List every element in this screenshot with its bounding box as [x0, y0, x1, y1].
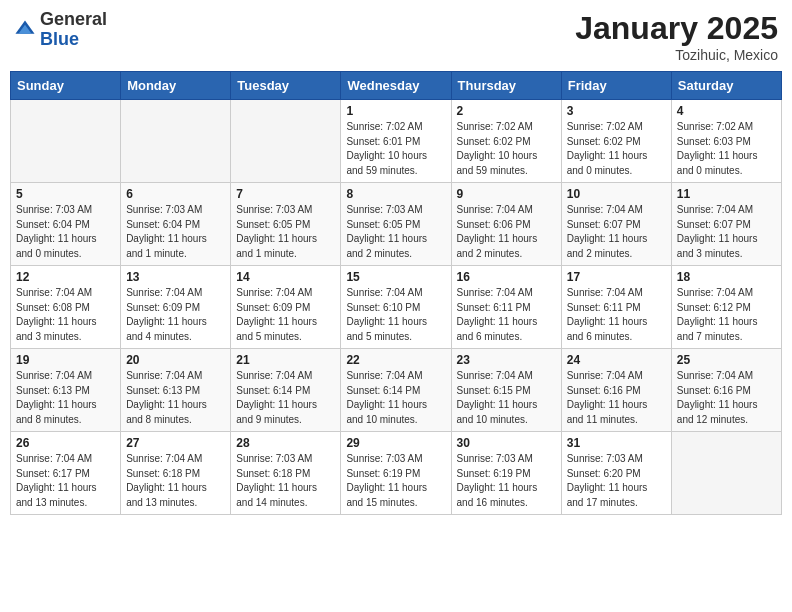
day-number: 30	[457, 436, 556, 450]
day-number: 23	[457, 353, 556, 367]
calendar-cell: 22Sunrise: 7:04 AM Sunset: 6:14 PM Dayli…	[341, 349, 451, 432]
calendar-cell: 4Sunrise: 7:02 AM Sunset: 6:03 PM Daylig…	[671, 100, 781, 183]
day-detail: Sunrise: 7:04 AM Sunset: 6:09 PM Dayligh…	[126, 286, 225, 344]
day-detail: Sunrise: 7:04 AM Sunset: 6:11 PM Dayligh…	[457, 286, 556, 344]
day-detail: Sunrise: 7:03 AM Sunset: 6:04 PM Dayligh…	[16, 203, 115, 261]
day-detail: Sunrise: 7:04 AM Sunset: 6:09 PM Dayligh…	[236, 286, 335, 344]
calendar-cell: 24Sunrise: 7:04 AM Sunset: 6:16 PM Dayli…	[561, 349, 671, 432]
day-number: 3	[567, 104, 666, 118]
day-number: 6	[126, 187, 225, 201]
day-detail: Sunrise: 7:02 AM Sunset: 6:02 PM Dayligh…	[457, 120, 556, 178]
day-detail: Sunrise: 7:04 AM Sunset: 6:14 PM Dayligh…	[236, 369, 335, 427]
location-text: Tozihuic, Mexico	[575, 47, 778, 63]
day-detail: Sunrise: 7:04 AM Sunset: 6:13 PM Dayligh…	[126, 369, 225, 427]
calendar-cell: 5Sunrise: 7:03 AM Sunset: 6:04 PM Daylig…	[11, 183, 121, 266]
calendar-cell: 21Sunrise: 7:04 AM Sunset: 6:14 PM Dayli…	[231, 349, 341, 432]
day-detail: Sunrise: 7:04 AM Sunset: 6:14 PM Dayligh…	[346, 369, 445, 427]
day-detail: Sunrise: 7:04 AM Sunset: 6:10 PM Dayligh…	[346, 286, 445, 344]
week-row-4: 19Sunrise: 7:04 AM Sunset: 6:13 PM Dayli…	[11, 349, 782, 432]
calendar-cell: 20Sunrise: 7:04 AM Sunset: 6:13 PM Dayli…	[121, 349, 231, 432]
calendar-cell: 2Sunrise: 7:02 AM Sunset: 6:02 PM Daylig…	[451, 100, 561, 183]
day-number: 13	[126, 270, 225, 284]
calendar-cell: 7Sunrise: 7:03 AM Sunset: 6:05 PM Daylig…	[231, 183, 341, 266]
day-number: 26	[16, 436, 115, 450]
calendar-cell: 30Sunrise: 7:03 AM Sunset: 6:19 PM Dayli…	[451, 432, 561, 515]
day-number: 4	[677, 104, 776, 118]
calendar-cell: 13Sunrise: 7:04 AM Sunset: 6:09 PM Dayli…	[121, 266, 231, 349]
week-row-5: 26Sunrise: 7:04 AM Sunset: 6:17 PM Dayli…	[11, 432, 782, 515]
logo-blue-text: Blue	[40, 29, 79, 49]
day-detail: Sunrise: 7:04 AM Sunset: 6:12 PM Dayligh…	[677, 286, 776, 344]
page-header: General Blue January 2025 Tozihuic, Mexi…	[10, 10, 782, 63]
day-number: 21	[236, 353, 335, 367]
day-detail: Sunrise: 7:02 AM Sunset: 6:03 PM Dayligh…	[677, 120, 776, 178]
day-detail: Sunrise: 7:04 AM Sunset: 6:16 PM Dayligh…	[677, 369, 776, 427]
day-number: 18	[677, 270, 776, 284]
day-number: 11	[677, 187, 776, 201]
day-number: 27	[126, 436, 225, 450]
weekday-header-saturday: Saturday	[671, 72, 781, 100]
calendar-cell	[11, 100, 121, 183]
day-detail: Sunrise: 7:04 AM Sunset: 6:15 PM Dayligh…	[457, 369, 556, 427]
calendar-cell: 17Sunrise: 7:04 AM Sunset: 6:11 PM Dayli…	[561, 266, 671, 349]
day-detail: Sunrise: 7:03 AM Sunset: 6:18 PM Dayligh…	[236, 452, 335, 510]
calendar-cell: 23Sunrise: 7:04 AM Sunset: 6:15 PM Dayli…	[451, 349, 561, 432]
calendar-cell: 9Sunrise: 7:04 AM Sunset: 6:06 PM Daylig…	[451, 183, 561, 266]
calendar-cell	[121, 100, 231, 183]
calendar-cell: 12Sunrise: 7:04 AM Sunset: 6:08 PM Dayli…	[11, 266, 121, 349]
weekday-header-row: SundayMondayTuesdayWednesdayThursdayFrid…	[11, 72, 782, 100]
week-row-3: 12Sunrise: 7:04 AM Sunset: 6:08 PM Dayli…	[11, 266, 782, 349]
weekday-header-friday: Friday	[561, 72, 671, 100]
calendar-cell: 25Sunrise: 7:04 AM Sunset: 6:16 PM Dayli…	[671, 349, 781, 432]
calendar-cell: 28Sunrise: 7:03 AM Sunset: 6:18 PM Dayli…	[231, 432, 341, 515]
calendar-cell: 14Sunrise: 7:04 AM Sunset: 6:09 PM Dayli…	[231, 266, 341, 349]
day-detail: Sunrise: 7:04 AM Sunset: 6:17 PM Dayligh…	[16, 452, 115, 510]
calendar-cell: 8Sunrise: 7:03 AM Sunset: 6:05 PM Daylig…	[341, 183, 451, 266]
day-number: 9	[457, 187, 556, 201]
week-row-2: 5Sunrise: 7:03 AM Sunset: 6:04 PM Daylig…	[11, 183, 782, 266]
calendar-cell: 15Sunrise: 7:04 AM Sunset: 6:10 PM Dayli…	[341, 266, 451, 349]
day-number: 22	[346, 353, 445, 367]
calendar-cell: 18Sunrise: 7:04 AM Sunset: 6:12 PM Dayli…	[671, 266, 781, 349]
day-number: 2	[457, 104, 556, 118]
day-detail: Sunrise: 7:04 AM Sunset: 6:07 PM Dayligh…	[567, 203, 666, 261]
day-number: 24	[567, 353, 666, 367]
day-detail: Sunrise: 7:02 AM Sunset: 6:02 PM Dayligh…	[567, 120, 666, 178]
weekday-header-tuesday: Tuesday	[231, 72, 341, 100]
logo-general-text: General	[40, 9, 107, 29]
day-number: 1	[346, 104, 445, 118]
calendar-cell: 29Sunrise: 7:03 AM Sunset: 6:19 PM Dayli…	[341, 432, 451, 515]
day-detail: Sunrise: 7:03 AM Sunset: 6:20 PM Dayligh…	[567, 452, 666, 510]
calendar-table: SundayMondayTuesdayWednesdayThursdayFrid…	[10, 71, 782, 515]
day-number: 10	[567, 187, 666, 201]
day-number: 7	[236, 187, 335, 201]
calendar-cell: 11Sunrise: 7:04 AM Sunset: 6:07 PM Dayli…	[671, 183, 781, 266]
day-number: 20	[126, 353, 225, 367]
weekday-header-thursday: Thursday	[451, 72, 561, 100]
day-detail: Sunrise: 7:04 AM Sunset: 6:11 PM Dayligh…	[567, 286, 666, 344]
week-row-1: 1Sunrise: 7:02 AM Sunset: 6:01 PM Daylig…	[11, 100, 782, 183]
calendar-cell: 19Sunrise: 7:04 AM Sunset: 6:13 PM Dayli…	[11, 349, 121, 432]
day-number: 31	[567, 436, 666, 450]
logo: General Blue	[14, 10, 107, 50]
calendar-cell: 27Sunrise: 7:04 AM Sunset: 6:18 PM Dayli…	[121, 432, 231, 515]
day-number: 5	[16, 187, 115, 201]
calendar-cell: 6Sunrise: 7:03 AM Sunset: 6:04 PM Daylig…	[121, 183, 231, 266]
day-detail: Sunrise: 7:04 AM Sunset: 6:08 PM Dayligh…	[16, 286, 115, 344]
logo-icon	[14, 19, 36, 41]
day-detail: Sunrise: 7:04 AM Sunset: 6:16 PM Dayligh…	[567, 369, 666, 427]
calendar-cell: 26Sunrise: 7:04 AM Sunset: 6:17 PM Dayli…	[11, 432, 121, 515]
day-number: 19	[16, 353, 115, 367]
calendar-cell: 3Sunrise: 7:02 AM Sunset: 6:02 PM Daylig…	[561, 100, 671, 183]
day-detail: Sunrise: 7:04 AM Sunset: 6:07 PM Dayligh…	[677, 203, 776, 261]
day-detail: Sunrise: 7:04 AM Sunset: 6:18 PM Dayligh…	[126, 452, 225, 510]
weekday-header-sunday: Sunday	[11, 72, 121, 100]
day-number: 17	[567, 270, 666, 284]
weekday-header-wednesday: Wednesday	[341, 72, 451, 100]
day-detail: Sunrise: 7:04 AM Sunset: 6:13 PM Dayligh…	[16, 369, 115, 427]
day-number: 14	[236, 270, 335, 284]
calendar-cell: 16Sunrise: 7:04 AM Sunset: 6:11 PM Dayli…	[451, 266, 561, 349]
month-title: January 2025	[575, 10, 778, 47]
day-detail: Sunrise: 7:03 AM Sunset: 6:05 PM Dayligh…	[236, 203, 335, 261]
weekday-header-monday: Monday	[121, 72, 231, 100]
